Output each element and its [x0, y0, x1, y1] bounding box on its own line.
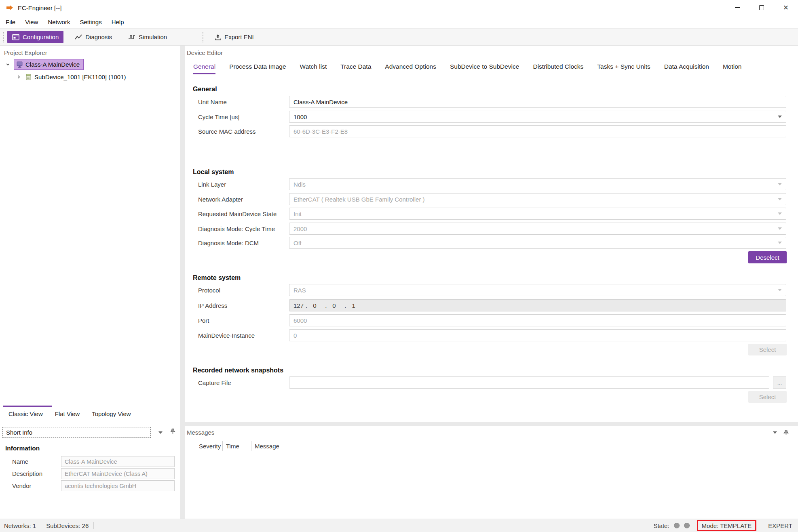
snapshots-heading: Recorded network snapshots [193, 367, 283, 374]
source-mac-label: Source MAC address [198, 125, 256, 137]
source-mac-row: Source MAC address 60-6D-3C-E3-F2-E8 [185, 125, 798, 137]
tab-subdevice-to-subdevice[interactable]: SubDevice to SubDevice [450, 61, 519, 74]
export-eni-button[interactable]: Export ENI [210, 31, 259, 43]
menu-view[interactable]: View [20, 15, 43, 28]
simulation-label: Simulation [139, 34, 167, 40]
close-button[interactable]: × [774, 0, 798, 15]
snapshot-select-button[interactable]: Select [748, 391, 787, 403]
tree-node-maindevice-selection[interactable]: Class-A MainDevice [14, 59, 84, 70]
port-input[interactable]: 6000 [289, 314, 786, 326]
networks-count: Networks: 1 [4, 522, 36, 529]
network-adapter-value: EtherCAT ( Realtek USB GbE Family Contro… [293, 196, 425, 203]
unit-name-label: Unit Name [198, 96, 227, 108]
short-info-dropdown-button[interactable] [154, 427, 167, 438]
instance-label: MainDevice-Instance [198, 329, 255, 341]
diag-dcm-select[interactable]: Off [289, 237, 786, 249]
statusbar-divider [41, 522, 41, 529]
deselect-button[interactable]: Deselect [748, 251, 787, 263]
diagnosis-button[interactable]: Diagnosis [70, 31, 117, 43]
cycle-time-select[interactable]: 1000 [289, 111, 786, 123]
menu-help[interactable]: Help [107, 15, 129, 28]
tree-node-subdevice[interactable]: SubDevice_1001 [EK1100] (1001) [0, 71, 180, 82]
subdevices-count: SubDevices: 26 [46, 522, 89, 529]
name-label: Name [12, 456, 28, 467]
mode-badge: Mode: TEMPLATE [697, 520, 757, 531]
messages-panel: Messages Severity Time Message [185, 426, 798, 519]
minimize-button[interactable] [725, 0, 749, 15]
vendor-field[interactable]: acontis technologies GmbH [61, 480, 175, 491]
source-mac-input[interactable]: 60-6D-3C-E3-F2-E8 [289, 125, 786, 137]
network-adapter-select[interactable]: EtherCAT ( Realtek USB GbE Family Contro… [289, 193, 786, 205]
tab-tasks-sync-units[interactable]: Tasks + Sync Units [597, 61, 650, 74]
tab-process-data-image[interactable]: Process Data Image [229, 61, 286, 74]
column-severity[interactable]: Severity [199, 441, 223, 451]
diag-cycle-select[interactable]: 2000 [289, 223, 786, 235]
chevron-down-icon[interactable] [5, 62, 11, 67]
instance-input[interactable]: 0 [289, 329, 786, 341]
instance-row: MainDevice-Instance 0 [185, 329, 798, 341]
cycle-time-label: Cycle Time [us] [198, 111, 240, 123]
simulation-icon [128, 34, 135, 40]
chevron-down-icon [778, 116, 782, 118]
tree-node-maindevice-label: Class-A MainDevice [25, 61, 80, 68]
column-message[interactable]: Message [251, 441, 798, 451]
tab-distributed-clocks[interactable]: Distributed Clocks [533, 61, 583, 74]
menu-network[interactable]: Network [43, 15, 75, 28]
column-time[interactable]: Time [223, 441, 251, 451]
remote-select-button[interactable]: Select [748, 344, 787, 355]
toolbar-grip[interactable] [3, 32, 4, 42]
tree-node-maindevice[interactable]: Class-A MainDevice [0, 59, 180, 70]
expert-badge: EXPERT [768, 522, 792, 529]
link-layer-select[interactable]: Ndis [289, 178, 786, 190]
info-row-vendor: Vendor acontis technologies GmbH [0, 480, 180, 491]
network-adapter-label: Network Adapter [198, 193, 243, 205]
capture-file-input[interactable] [289, 376, 769, 389]
source-mac-value: 60-6D-3C-E3-F2-E8 [293, 128, 348, 135]
toolbar-grip-2[interactable] [203, 32, 203, 42]
configuration-button[interactable]: Configuration [7, 31, 63, 43]
tab-classic-view[interactable]: Classic View [2, 408, 49, 419]
device-editor-title: Device Editor [187, 49, 223, 56]
unit-name-value: Class-A MainDevice [293, 99, 348, 105]
tab-motion[interactable]: Motion [723, 61, 742, 74]
menu-file[interactable]: File [1, 15, 20, 28]
close-icon: × [783, 3, 789, 12]
tab-trace-data[interactable]: Trace Data [340, 61, 371, 74]
tab-general[interactable]: General [193, 61, 215, 74]
tab-flat-view[interactable]: Flat View [49, 408, 86, 419]
link-layer-label: Link Layer [198, 178, 226, 190]
requested-state-select[interactable]: Init [289, 208, 786, 220]
protocol-select[interactable]: RAS [289, 284, 786, 296]
device-editor-tabs: General Process Data Image Watch list Tr… [193, 61, 741, 74]
toolbar: Configuration Diagnosis Simulation Expor… [0, 28, 798, 46]
browse-button[interactable]: ... [773, 376, 786, 389]
chevron-right-icon[interactable] [16, 74, 21, 80]
pin-icon[interactable] [783, 429, 789, 437]
requested-state-value: Init [293, 210, 302, 217]
information-title: Information [5, 445, 40, 452]
menu-settings[interactable]: Settings [75, 15, 106, 28]
tab-data-acquisition[interactable]: Data Acquisition [664, 61, 709, 74]
simulation-button[interactable]: Simulation [123, 31, 172, 43]
short-info-select[interactable]: Short Info [2, 427, 151, 438]
tab-advanced-options[interactable]: Advanced Options [385, 61, 436, 74]
tab-watch-list[interactable]: Watch list [300, 61, 327, 74]
messages-collapse-icon[interactable] [773, 431, 777, 434]
maximize-button[interactable] [749, 0, 774, 15]
link-layer-value: Ndis [293, 181, 306, 188]
subdevice-icon [25, 74, 31, 80]
ip-octet-1: 127 [293, 302, 305, 309]
protocol-label: Protocol [198, 284, 220, 296]
ip-address-input[interactable]: 127.0.0.1 [289, 299, 786, 311]
general-heading: General [193, 86, 217, 93]
view-tabs-divider [0, 407, 180, 407]
pin-icon[interactable] [170, 428, 176, 436]
description-field[interactable]: EtherCAT MainDevice (Class A) [61, 468, 175, 479]
unit-name-input[interactable]: Class-A MainDevice [289, 96, 786, 108]
remote-system-heading: Remote system [193, 274, 241, 282]
name-field[interactable]: Class-A MainDevice [61, 456, 175, 467]
tab-topology-view[interactable]: Topology View [86, 408, 137, 419]
window-title: EC-Engineer [--] [18, 4, 61, 11]
port-row: Port 6000 [185, 314, 798, 326]
maindevice-icon [16, 61, 23, 68]
